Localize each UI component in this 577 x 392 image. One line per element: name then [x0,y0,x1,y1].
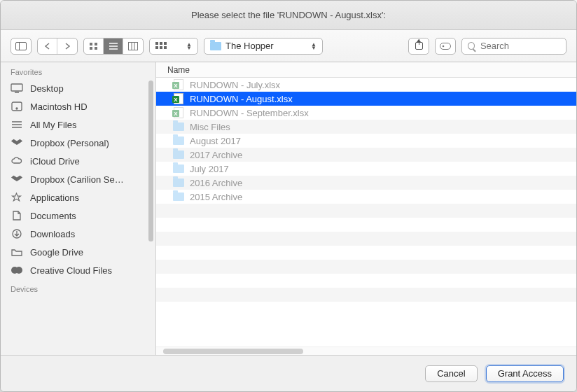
file-name: RUNDOWN - July.xlsx [190,80,280,90]
file-dialog: Please select the file 'RUNDOWN - August… [0,0,577,392]
file-row[interactable]: 2015 Archive [156,190,576,204]
file-list[interactable]: RUNDOWN - July.xlsxRUNDOWN - August.xlsx… [156,78,576,346]
disk-icon [11,101,23,112]
forward-button[interactable] [57,38,77,54]
content-area: FavoritesDesktopMacintosh HDAll My Files… [1,62,576,355]
svg-rect-13 [160,42,162,45]
sidebar-item-macintosh-hd[interactable]: Macintosh HD [1,97,155,115]
sidebar-item-dropbox-carilion-se[interactable]: Dropbox (Carilion Se… [1,170,155,188]
sidebar-item-creative-cloud-files[interactable]: Creative Cloud Files [1,261,155,279]
excel-file-icon [173,79,184,90]
file-name: RUNDOWN - September.xlsx [190,108,309,118]
confirm-label: Grant Access [498,368,552,379]
folder-icon [173,191,184,202]
search-input[interactable] [479,40,560,52]
svg-rect-2 [90,43,92,46]
search-field[interactable] [461,38,566,55]
sidebar-item-label: All My Files [30,120,76,130]
horizontal-scrollbar[interactable] [156,346,576,355]
sidebar-item-label: Dropbox (Carilion Se… [30,174,124,185]
sidebar-item-applications[interactable]: Applications [1,188,155,206]
svg-point-29 [15,267,22,274]
share-icon [415,42,423,50]
sidebar-item-label: iCloud Drive [30,156,80,167]
sidebar-item-icloud-drive[interactable]: iCloud Drive [1,152,155,170]
sidebar-item-all-my-files[interactable]: All My Files [1,115,155,134]
empty-row [156,246,576,260]
sidebar-item-label: Dropbox (Personal) [30,138,109,148]
folder-icon [210,42,221,50]
sidebar-toggle-button[interactable] [11,38,32,55]
cc-icon [11,265,23,276]
svg-rect-5 [95,47,97,50]
svg-rect-9 [129,42,138,50]
sidebar-scrollbar[interactable] [148,80,153,241]
dropbox-icon [11,137,23,148]
footer: Cancel Grant Access [1,355,576,391]
allfiles-icon [11,119,23,130]
view-mode-buttons [83,38,144,55]
svg-point-23 [16,108,18,109]
svg-rect-4 [90,47,92,50]
sidebar-item-label: Desktop [30,83,64,94]
svg-rect-0 [16,42,27,50]
file-row[interactable]: Misc Files [156,120,576,134]
file-row[interactable]: August 2017 [156,134,576,148]
sidebar-item-desktop[interactable]: Desktop [1,79,155,97]
share-button[interactable] [408,38,429,55]
sidebar-item-google-drive[interactable]: Google Drive [1,243,155,261]
file-row[interactable]: RUNDOWN - September.xlsx [156,106,576,120]
back-button[interactable] [38,38,57,54]
folder-icon [173,121,184,132]
sidebar-item-label: Downloads [30,229,75,239]
file-name: August 2017 [190,136,241,146]
svg-rect-15 [155,46,158,49]
file-name: 2016 Archive [190,178,242,188]
group-icon [155,42,167,50]
folder-icon [11,246,23,258]
sidebar-item-label: Macintosh HD [30,102,88,112]
sidebar-item-label: Creative Cloud Files [30,265,112,276]
sidebar-item-label: Google Drive [30,247,83,258]
location-dropdown[interactable]: The Hopper ▲▼ [204,38,323,55]
grant-access-button[interactable]: Grant Access [486,365,564,382]
toolbar: ▲▼ The Hopper ▲▼ [1,30,576,62]
tags-icon [440,43,451,50]
column-view-button[interactable] [123,38,143,54]
list-view-button[interactable] [104,38,123,54]
dialog-title: Please select the file 'RUNDOWN - August… [191,10,386,20]
group-by-dropdown[interactable]: ▲▼ [149,38,198,55]
icon-view-button[interactable] [84,38,104,54]
sidebar-item-downloads[interactable]: Downloads [1,225,155,243]
sidebar-section-label: Favorites [1,62,155,79]
svg-rect-18 [440,43,451,49]
file-name: 2017 Archive [190,150,242,160]
svg-rect-12 [155,42,158,45]
cancel-label: Cancel [437,368,465,379]
file-row[interactable]: July 2017 [156,162,576,176]
column-header-name[interactable]: Name [156,62,576,78]
cancel-button[interactable]: Cancel [425,365,477,382]
empty-row [156,232,576,246]
sidebar-item-dropbox-personal[interactable]: Dropbox (Personal) [1,134,155,152]
folder-icon [173,177,184,188]
folder-icon [173,135,184,146]
scrollbar-thumb[interactable] [163,349,303,354]
file-row[interactable]: 2016 Archive [156,176,576,190]
applications-icon [11,192,23,203]
file-row[interactable]: 2017 Archive [156,148,576,162]
desktop-icon [11,83,23,94]
sidebar-item-documents[interactable]: Documents [1,206,155,225]
empty-row [156,274,576,288]
search-icon [468,42,475,50]
excel-file-icon [173,107,184,118]
empty-row [156,288,576,302]
sidebar-item-label: Documents [30,211,76,221]
empty-row [156,218,576,232]
file-row[interactable]: RUNDOWN - August.xlsx [156,92,576,106]
svg-rect-20 [11,84,22,91]
tags-button[interactable] [435,38,456,55]
svg-rect-14 [164,42,167,45]
sidebar[interactable]: FavoritesDesktopMacintosh HDAll My Files… [1,62,156,355]
file-row[interactable]: RUNDOWN - July.xlsx [156,78,576,92]
